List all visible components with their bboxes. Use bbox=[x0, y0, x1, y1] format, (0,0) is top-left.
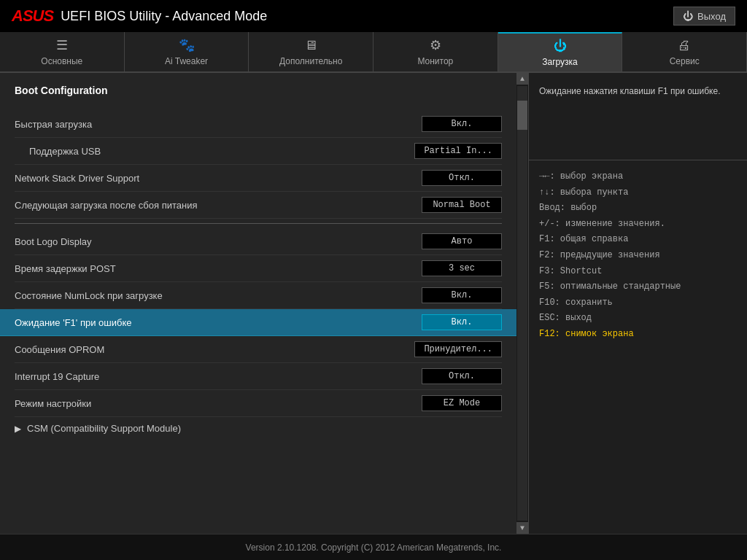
setting-label-usb-support: Поддержка USB bbox=[29, 146, 101, 157]
setting-label-numlock: Состояние NumLock при загрузке bbox=[15, 290, 163, 301]
key-hint-enter: Ввод: выбор bbox=[539, 201, 737, 217]
key-hint-f2: F2: предыдущие значения bbox=[539, 248, 737, 264]
tab-main[interactable]: ☰ Основные bbox=[0, 32, 125, 71]
tab-ai-tweaker[interactable]: 🐾 Ai Tweaker bbox=[125, 32, 249, 71]
scroll-up-button[interactable]: ▲ bbox=[516, 73, 528, 85]
help-text: Ожидание нажатия клавиши F1 при ошибке. bbox=[529, 73, 747, 160]
setting-value-usb-support[interactable]: Partial In... bbox=[414, 143, 502, 159]
setting-value-oprom[interactable]: Принудител... bbox=[414, 341, 502, 357]
section-title: Boot Configuration bbox=[15, 85, 502, 99]
tab-ai-tweaker-label: Ai Tweaker bbox=[165, 56, 208, 66]
setting-value-network-stack[interactable]: Откл. bbox=[422, 170, 502, 186]
exit-icon: ⏻ bbox=[683, 10, 693, 22]
key-hint-f10: F10: сохранить bbox=[539, 295, 737, 311]
tab-advanced-label: Дополнительно bbox=[279, 56, 342, 66]
separator bbox=[15, 223, 502, 224]
header: ASUS UEFI BIOS Utility - Advanced Mode ⏻… bbox=[0, 0, 747, 32]
tab-main-label: Основные bbox=[41, 56, 82, 66]
setting-row-next-boot: Следующая загрузка после сбоя питания No… bbox=[15, 192, 502, 219]
setting-row-setup-mode: Режим настройки EZ Mode bbox=[15, 390, 502, 417]
setting-row-oprom: Сообщения OPROM Принудител... bbox=[15, 336, 502, 363]
setting-row-int19: Interrupt 19 Capture Откл. bbox=[15, 363, 502, 390]
tab-boot[interactable]: ⏻ Загрузка bbox=[498, 32, 623, 71]
key-hint-screen: →←: выбор экрана bbox=[539, 169, 737, 185]
key-hint-item: ↑↓: выбора пункта bbox=[539, 185, 737, 201]
key-hint-f5: F5: оптимальные стандартные bbox=[539, 279, 737, 295]
key-hint-plusminus: +/-: изменение значения. bbox=[539, 217, 737, 233]
setting-label-wait-f1: Ожидание 'F1' при ошибке bbox=[15, 317, 132, 328]
tab-advanced[interactable]: 🖥 Дополнительно bbox=[249, 32, 374, 71]
scroll-thumb[interactable] bbox=[517, 101, 527, 130]
tab-service-label: Сервис bbox=[670, 56, 700, 66]
tab-advanced-icon: 🖥 bbox=[304, 38, 317, 53]
setting-row-wait-f1[interactable]: Ожидание 'F1' при ошибке Вкл. bbox=[0, 309, 516, 336]
setting-value-next-boot[interactable]: Normal Boot bbox=[422, 197, 502, 213]
scrollbar: ▲ ▼ bbox=[516, 73, 528, 534]
tab-boot-icon: ⏻ bbox=[554, 39, 567, 54]
setting-row-boot-logo: Boot Logo Display Авто bbox=[15, 228, 502, 255]
exit-button[interactable]: ⏻ Выход bbox=[673, 7, 735, 26]
setting-label-network-stack: Network Stack Driver Support bbox=[15, 173, 139, 184]
setting-row-post-delay: Время задержки POST 3 sec bbox=[15, 255, 502, 282]
setting-value-boot-logo[interactable]: Авто bbox=[422, 233, 502, 249]
header-title: UEFI BIOS Utility - Advanced Mode bbox=[61, 9, 267, 24]
tab-monitor[interactable]: ⚙ Монитор bbox=[374, 32, 498, 71]
setting-label-fast-boot: Быстрая загрузка bbox=[15, 119, 92, 130]
setting-value-post-delay[interactable]: 3 sec bbox=[422, 260, 502, 276]
setting-row-numlock: Состояние NumLock при загрузке Вкл. bbox=[15, 282, 502, 309]
scroll-down-button[interactable]: ▼ bbox=[516, 522, 528, 534]
scroll-track bbox=[517, 86, 527, 521]
settings-area: Boot Configuration Быстрая загрузка Вкл.… bbox=[0, 73, 516, 534]
setting-label-next-boot: Следующая загрузка после сбоя питания bbox=[15, 200, 197, 211]
setting-row-usb-support: Поддержка USB Partial In... bbox=[15, 138, 502, 165]
csm-row[interactable]: ▶ CSM (Compatibility Support Module) bbox=[15, 417, 502, 440]
setting-value-int19[interactable]: Откл. bbox=[422, 368, 502, 384]
key-hint-f12: F12: снимок экрана bbox=[539, 327, 737, 343]
exit-label: Выход bbox=[697, 11, 726, 22]
main-content: Boot Configuration Быстрая загрузка Вкл.… bbox=[0, 73, 747, 534]
setting-value-numlock[interactable]: Вкл. bbox=[422, 287, 502, 303]
tab-ai-tweaker-icon: 🐾 bbox=[179, 37, 195, 53]
key-hints: →←: выбор экрана ↑↓: выбора пункта Ввод:… bbox=[529, 160, 747, 534]
key-hint-esc: ESC: выход bbox=[539, 311, 737, 327]
asus-logo: ASUS bbox=[12, 7, 53, 26]
tab-monitor-icon: ⚙ bbox=[430, 37, 441, 53]
footer: Version 2.10.1208. Copyright (C) 2012 Am… bbox=[0, 534, 747, 560]
setting-label-int19: Interrupt 19 Capture bbox=[15, 371, 99, 382]
setting-value-setup-mode[interactable]: EZ Mode bbox=[422, 395, 502, 411]
setting-row-network-stack: Network Stack Driver Support Откл. bbox=[15, 165, 502, 192]
setting-row-fast-boot: Быстрая загрузка Вкл. bbox=[15, 111, 502, 138]
tab-main-icon: ☰ bbox=[56, 37, 68, 53]
right-panel: Ожидание нажатия клавиши F1 при ошибке. … bbox=[528, 73, 747, 534]
setting-label-setup-mode: Режим настройки bbox=[15, 398, 91, 409]
setting-label-post-delay: Время задержки POST bbox=[15, 263, 116, 274]
tab-service[interactable]: 🖨 Сервис bbox=[622, 32, 747, 71]
left-panel: Boot Configuration Быстрая загрузка Вкл.… bbox=[0, 73, 516, 534]
tab-monitor-label: Монитор bbox=[417, 56, 453, 66]
key-hint-f3: F3: Shortcut bbox=[539, 264, 737, 280]
logo-area: ASUS UEFI BIOS Utility - Advanced Mode bbox=[12, 7, 267, 26]
setting-value-fast-boot[interactable]: Вкл. bbox=[422, 116, 502, 132]
setting-label-boot-logo: Boot Logo Display bbox=[15, 236, 92, 247]
tab-boot-label: Загрузка bbox=[542, 57, 578, 67]
key-hint-f1: F1: общая справка bbox=[539, 232, 737, 248]
csm-arrow-icon: ▶ bbox=[15, 424, 21, 434]
csm-label: CSM (Compatibility Support Module) bbox=[27, 423, 181, 434]
tab-service-icon: 🖨 bbox=[678, 38, 691, 53]
tabbar: ☰ Основные 🐾 Ai Tweaker 🖥 Дополнительно … bbox=[0, 32, 747, 73]
footer-text: Version 2.10.1208. Copyright (C) 2012 Am… bbox=[246, 542, 502, 553]
setting-label-oprom: Сообщения OPROM bbox=[15, 344, 104, 355]
setting-value-wait-f1[interactable]: Вкл. bbox=[422, 314, 502, 330]
